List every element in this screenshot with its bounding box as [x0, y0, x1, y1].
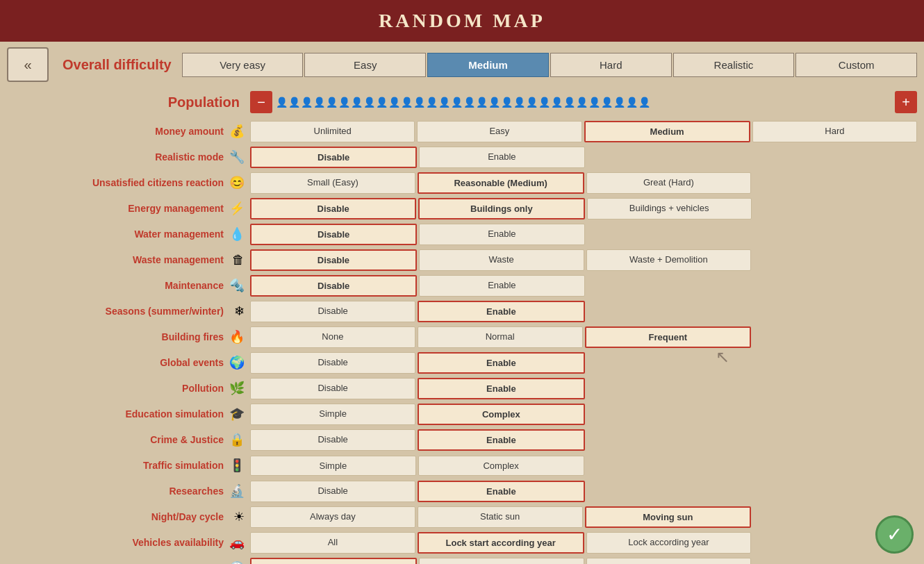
option-button — [753, 352, 917, 374]
row-label-text: Money amount — [155, 126, 224, 137]
settings-row: Waste management🗑DisableWasteWaste + Dem… — [7, 248, 917, 272]
population-icon: 👤 — [551, 97, 563, 108]
row-label-text: Pollution — [182, 383, 224, 394]
settings-row: Maintenance🔩DisableEnable — [7, 274, 917, 297]
option-button[interactable]: Great (Hard) — [586, 172, 752, 194]
row-label: Pollution🌿 — [7, 381, 250, 396]
option-button — [753, 429, 917, 451]
option-button[interactable]: Enable — [419, 275, 584, 297]
population-icon: 👤 — [638, 97, 650, 108]
option-button[interactable]: Always day — [250, 506, 415, 528]
row-options: DisableEnable — [250, 429, 917, 451]
option-button[interactable]: Waste + Demolition — [586, 249, 752, 271]
option-button[interactable]: Complex — [418, 456, 584, 476]
settings-row: Vehicles availability🚗AllLock start acco… — [7, 531, 917, 554]
option-button[interactable]: Disable — [250, 352, 415, 374]
confirm-button[interactable]: ✓ — [875, 515, 914, 554]
option-button[interactable]: All — [250, 532, 415, 554]
option-button[interactable]: Disable — [250, 301, 415, 322]
option-button[interactable]: Enable — [418, 301, 584, 322]
row-icon: 🚦 — [228, 458, 245, 473]
settings-content: Money amount💰UnlimitedEasyMediumHardReal… — [0, 117, 924, 564]
row-icon: 🎓 — [228, 406, 245, 422]
difficulty-tab-hard[interactable]: Hard — [550, 53, 672, 77]
row-label: Seasons (summer/winter)❄ — [7, 304, 250, 319]
row-label-text: Researches — [169, 486, 224, 497]
settings-row: Water management💧DisableEnable — [7, 222, 917, 246]
option-button[interactable]: Enable — [419, 147, 584, 168]
option-button[interactable]: Static sun — [418, 506, 583, 528]
option-button[interactable]: Reasonable (Medium) — [418, 172, 584, 194]
option-button[interactable]: Disable — [250, 378, 415, 399]
option-button[interactable]: Normal — [418, 326, 583, 348]
option-button[interactable]: Buildings only — [418, 198, 584, 219]
option-button[interactable]: Simple — [250, 456, 416, 476]
option-button[interactable]: Hard — [752, 121, 917, 142]
difficulty-tab-very-easy[interactable]: Very easy — [182, 53, 304, 77]
option-button[interactable]: Easy — [417, 121, 581, 142]
option-button[interactable]: Disable — [250, 249, 417, 271]
option-button[interactable]: Disable — [250, 224, 417, 245]
settings-row: Pollution🌿DisableEnable — [7, 376, 917, 400]
option-button[interactable]: Waste — [419, 249, 584, 271]
option-button[interactable]: Lock according year — [586, 532, 752, 554]
row-label-text: Education simulation — [125, 408, 224, 420]
option-button[interactable]: Disable — [250, 147, 417, 168]
difficulty-tab-custom[interactable]: Custom — [795, 53, 917, 77]
row-icon: 💧 — [228, 226, 245, 242]
settings-row: Year of start🕐196019701980 — [7, 556, 917, 564]
option-button[interactable]: Simple — [250, 404, 415, 425]
row-label-text: Global events — [160, 357, 224, 368]
settings-row: Night/Day cycle☀Always dayStatic sunMovi… — [7, 505, 917, 529]
option-button — [753, 224, 917, 245]
option-button[interactable]: Complex — [418, 404, 584, 425]
row-label: Traffic simulation🚦 — [7, 458, 250, 473]
option-button[interactable]: Enable — [418, 378, 584, 399]
row-label: Education simulation🎓 — [7, 406, 250, 422]
row-label: Researches🔬 — [7, 483, 250, 499]
option-button[interactable]: Disable — [250, 198, 416, 219]
row-options: DisableEnable — [250, 224, 917, 245]
option-button[interactable]: 1980 — [586, 558, 752, 565]
row-options: SimpleComplex — [250, 456, 917, 476]
option-button[interactable]: Enable — [419, 224, 584, 245]
row-icon: 🔥 — [228, 329, 245, 345]
option-button — [753, 326, 917, 348]
option-button[interactable]: Enable — [418, 352, 584, 374]
difficulty-tab-medium[interactable]: Medium — [427, 53, 549, 77]
row-icon: 🔧 — [228, 149, 245, 165]
option-button[interactable]: Medium — [584, 121, 750, 142]
option-button[interactable]: Enable — [418, 481, 584, 502]
back-button[interactable]: « — [7, 47, 49, 82]
row-label-text: Traffic simulation — [143, 460, 224, 471]
option-button[interactable]: Disable — [250, 429, 415, 451]
row-options: DisableEnable — [250, 378, 917, 399]
settings-row: Education simulation🎓SimpleComplex — [7, 402, 917, 426]
settings-row: Realistic mode🔧DisableEnable — [7, 145, 917, 169]
difficulty-tab-realistic[interactable]: Realistic — [673, 53, 795, 77]
option-button[interactable]: Lock start according year — [418, 532, 584, 554]
population-decrease-button[interactable]: − — [250, 91, 272, 113]
population-increase-button[interactable]: + — [895, 91, 917, 113]
row-label-text: Vehicles availability — [132, 537, 224, 548]
row-label: Energy management⚡ — [7, 201, 250, 216]
difficulty-tab-easy[interactable]: Easy — [304, 53, 426, 77]
option-button[interactable]: Disable — [250, 275, 417, 297]
option-button[interactable]: Frequent — [585, 326, 752, 348]
option-button[interactable]: Buildings + vehicles — [587, 198, 752, 219]
option-button[interactable]: Moving sun — [585, 506, 752, 528]
option-button[interactable]: Unlimited — [250, 121, 415, 142]
settings-row: Researches🔬DisableEnable — [7, 479, 917, 503]
row-options: DisableEnable — [250, 301, 917, 322]
row-options: AllLock start according yearLock accordi… — [250, 532, 917, 554]
option-button[interactable]: 1960 — [250, 558, 417, 565]
row-label: Global events🌍 — [7, 355, 250, 370]
option-button[interactable]: Disable — [250, 481, 415, 502]
option-button[interactable]: Enable — [418, 429, 584, 451]
option-button[interactable]: 1970 — [419, 558, 584, 565]
option-button[interactable]: None — [250, 326, 415, 348]
population-icon: 👤 — [326, 97, 338, 108]
option-button[interactable]: Small (Easy) — [250, 172, 415, 194]
population-icon: 👤 — [301, 97, 313, 108]
row-icon: 😊 — [228, 175, 245, 190]
